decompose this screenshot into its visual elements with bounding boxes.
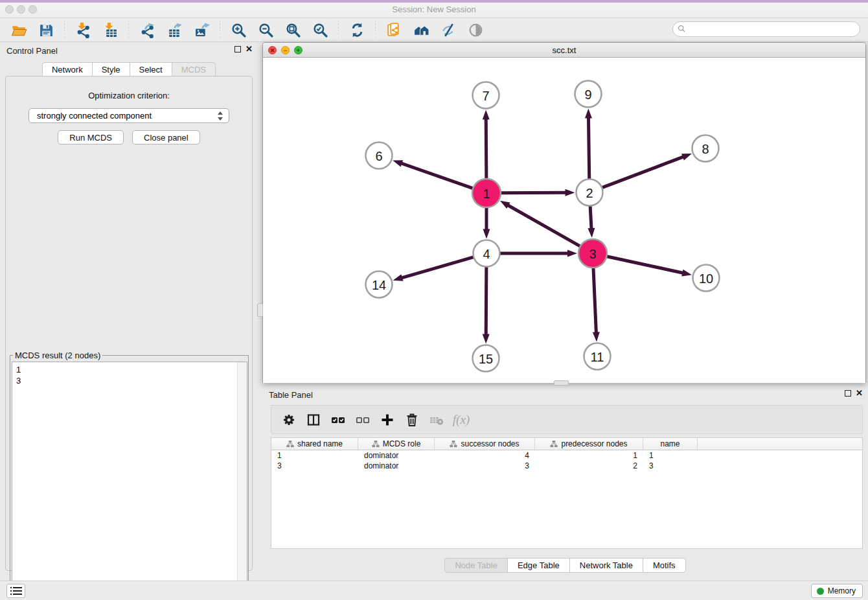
refresh-button[interactable] bbox=[346, 20, 368, 40]
table-cell[interactable]: 3 bbox=[271, 461, 358, 471]
graph-node-15[interactable]: 15 bbox=[473, 345, 499, 372]
gear-button[interactable] bbox=[279, 410, 299, 430]
documents-share-button[interactable] bbox=[383, 20, 405, 40]
graph-edge-2-8[interactable] bbox=[600, 154, 692, 188]
close-panel-button[interactable]: Close panel bbox=[132, 130, 200, 144]
network-window-titlebar[interactable]: ✕ − + scc.txt bbox=[263, 43, 865, 58]
graph-edge-1-2[interactable] bbox=[499, 189, 575, 196]
export-image-button[interactable] bbox=[190, 20, 212, 40]
graph-edge-2-3[interactable] bbox=[588, 204, 595, 238]
criterion-dropdown[interactable]: strongly connected component bbox=[29, 108, 229, 123]
graph-node-10[interactable]: 10 bbox=[693, 265, 720, 292]
deselect-all-button[interactable] bbox=[353, 410, 372, 430]
zoom-fit-button[interactable] bbox=[282, 20, 304, 40]
tab-node-table[interactable]: Node Table bbox=[444, 558, 507, 573]
refresh-icon bbox=[349, 22, 365, 38]
table-toolbar: f(x) bbox=[271, 405, 863, 434]
graph-edge-4-14[interactable] bbox=[393, 257, 475, 281]
network-window-title: scc.txt bbox=[263, 45, 865, 55]
graph-node-8[interactable]: 8 bbox=[692, 135, 719, 162]
table-cell[interactable]: dominator bbox=[358, 450, 435, 461]
graph-edge-3-1[interactable] bbox=[500, 201, 582, 247]
documents-share-icon bbox=[386, 22, 402, 38]
close-table-panel-icon[interactable]: ✕ bbox=[856, 390, 863, 397]
eye-slash-button[interactable] bbox=[437, 20, 459, 40]
eye-button[interactable] bbox=[464, 20, 486, 40]
tab-network[interactable]: Network bbox=[42, 62, 92, 76]
graph-node-1[interactable]: 1 bbox=[472, 179, 501, 207]
import-table-button[interactable] bbox=[99, 20, 121, 40]
mcds-result-text[interactable]: 1 3 bbox=[12, 362, 247, 597]
export-table-icon bbox=[166, 22, 183, 38]
graph-edge-1-4[interactable] bbox=[483, 206, 490, 239]
list-icon bbox=[10, 586, 22, 595]
run-mcds-button[interactable]: Run MCDS bbox=[58, 130, 124, 144]
table-cell[interactable]: 4 bbox=[435, 450, 535, 461]
import-network-button[interactable] bbox=[72, 20, 94, 40]
table-cell[interactable]: 1 bbox=[535, 450, 643, 461]
export-table-button[interactable] bbox=[163, 20, 185, 40]
search-input[interactable] bbox=[672, 21, 860, 37]
svg-text:9: 9 bbox=[584, 87, 591, 102]
graph-node-9[interactable]: 9 bbox=[575, 81, 602, 108]
network-canvas[interactable]: 1234678910111415 bbox=[263, 58, 865, 383]
graph-node-7[interactable]: 7 bbox=[473, 82, 499, 109]
app-titlebar: Session: New Session bbox=[0, 0, 868, 18]
save-session-button[interactable] bbox=[35, 20, 57, 40]
column-header-shared-name[interactable]: shared name bbox=[271, 438, 358, 450]
tab-select[interactable]: Select bbox=[130, 62, 172, 76]
table-cell[interactable]: 3 bbox=[643, 461, 698, 471]
trash-button[interactable] bbox=[402, 410, 422, 430]
select-all-button[interactable] bbox=[328, 410, 348, 430]
close-panel-icon[interactable]: ✕ bbox=[246, 46, 253, 52]
graph-node-11[interactable]: 11 bbox=[584, 343, 611, 370]
graph-node-3[interactable]: 3 bbox=[578, 239, 607, 268]
table-row[interactable]: 1dominator411 bbox=[271, 450, 862, 461]
graph-edge-2-9[interactable] bbox=[585, 108, 592, 180]
graph-edge-3-11[interactable] bbox=[593, 266, 600, 342]
zoom-out-button[interactable] bbox=[255, 20, 277, 40]
table-row[interactable]: 3dominator323 bbox=[271, 461, 862, 471]
tab-network-table[interactable]: Network Table bbox=[569, 558, 643, 573]
graph-edge-1-6[interactable] bbox=[393, 160, 474, 189]
table-cell[interactable]: 2 bbox=[535, 461, 643, 471]
zoom-in-button[interactable] bbox=[227, 20, 249, 40]
graph-edge-4-15[interactable] bbox=[483, 265, 490, 343]
open-session-button[interactable] bbox=[8, 20, 30, 40]
tab-mcds[interactable]: MCDS bbox=[172, 62, 216, 76]
graph-edge-1-7[interactable] bbox=[483, 110, 490, 180]
toolbar-separator bbox=[220, 21, 220, 39]
table-cell[interactable]: 1 bbox=[271, 450, 358, 461]
task-history-button[interactable] bbox=[6, 584, 25, 598]
tab-motifs[interactable]: Motifs bbox=[643, 558, 686, 573]
float-panel-icon[interactable] bbox=[234, 46, 241, 52]
vertical-splitter-handle[interactable] bbox=[257, 303, 263, 317]
homes-button[interactable] bbox=[410, 20, 432, 40]
result-scrollbar[interactable] bbox=[237, 362, 247, 597]
zoom-selected-button[interactable] bbox=[309, 20, 331, 40]
tab-edge-table[interactable]: Edge Table bbox=[507, 558, 569, 573]
graph-node-2[interactable]: 2 bbox=[577, 179, 603, 206]
column-header-MCDS-role[interactable]: MCDS role bbox=[358, 438, 435, 450]
graph-node-6[interactable]: 6 bbox=[366, 143, 393, 169]
graph-node-14[interactable]: 14 bbox=[366, 271, 393, 298]
float-table-panel-icon[interactable] bbox=[845, 390, 851, 397]
graph-edge-4-3[interactable] bbox=[499, 250, 578, 257]
tab-style[interactable]: Style bbox=[92, 62, 130, 76]
graph-node-4[interactable]: 4 bbox=[474, 240, 500, 267]
table-cell[interactable]: 1 bbox=[643, 450, 698, 461]
memory-button[interactable]: Memory bbox=[811, 584, 863, 598]
criterion-value: strongly connected component bbox=[37, 111, 152, 121]
control-panel: Control Panel ✕ NetworkStyleSelectMCDS O… bbox=[0, 41, 258, 577]
graph-edge-3-10[interactable] bbox=[606, 256, 692, 276]
column-header-name[interactable]: name bbox=[643, 438, 698, 450]
export-network-button[interactable] bbox=[136, 20, 158, 40]
split-columns-button[interactable] bbox=[304, 410, 323, 430]
add-button[interactable] bbox=[378, 410, 397, 430]
svg-text:10: 10 bbox=[699, 271, 713, 286]
column-header-successor-nodes[interactable]: successor nodes bbox=[435, 438, 535, 450]
column-header-predecessor-nodes[interactable]: predecessor nodes bbox=[535, 438, 643, 450]
horizontal-splitter-handle[interactable] bbox=[554, 380, 569, 386]
table-cell[interactable]: dominator bbox=[358, 461, 435, 471]
table-cell[interactable]: 3 bbox=[435, 461, 535, 471]
